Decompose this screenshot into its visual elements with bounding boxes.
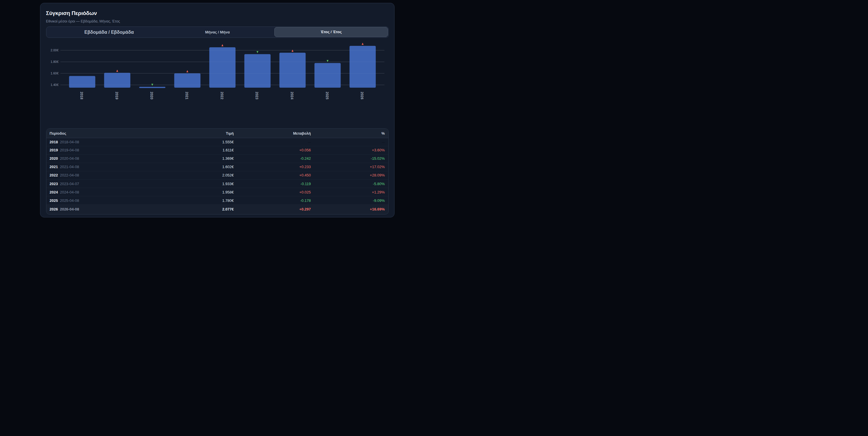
svg-text:2022: 2022: [220, 92, 224, 99]
svg-text:1.80€: 1.80€: [51, 60, 59, 64]
svg-text:2026: 2026: [360, 92, 364, 99]
svg-text:1.40€: 1.40€: [51, 83, 59, 87]
svg-text:2025: 2025: [325, 92, 329, 99]
svg-text:2023: 2023: [255, 92, 259, 99]
svg-text:2018: 2018: [80, 92, 84, 99]
svg-text:2024: 2024: [290, 92, 294, 99]
svg-text:2021: 2021: [185, 92, 189, 99]
svg-text:2020: 2020: [150, 92, 154, 99]
svg-text:1.60€: 1.60€: [51, 72, 59, 75]
svg-text:2019: 2019: [115, 92, 119, 99]
svg-text:2.00€: 2.00€: [51, 49, 59, 52]
